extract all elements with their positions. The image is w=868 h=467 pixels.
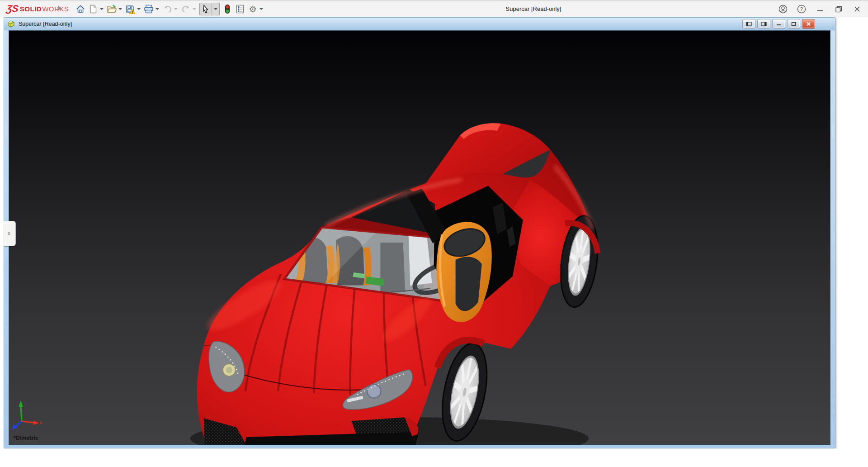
open-button[interactable] bbox=[106, 3, 118, 15]
restore-button[interactable] bbox=[834, 5, 843, 14]
pane-expand-right-button[interactable] bbox=[757, 19, 770, 29]
open-folder-icon bbox=[107, 5, 117, 14]
app-window-title: Supercar [Read-only] bbox=[461, 0, 606, 18]
undo-dropdown-caret[interactable] bbox=[174, 8, 178, 10]
redo-icon bbox=[181, 5, 191, 13]
home-icon bbox=[76, 5, 85, 14]
file-properties-button[interactable] bbox=[234, 3, 246, 15]
print-dropdown-caret[interactable] bbox=[156, 8, 159, 10]
doc-close-icon bbox=[806, 22, 811, 26]
document-titlebar[interactable]: Supercar [Read-only] bbox=[4, 18, 835, 30]
document-window: Supercar [Read-only] bbox=[4, 17, 835, 448]
doc-minimize-button[interactable] bbox=[772, 19, 785, 29]
account-icon bbox=[778, 5, 788, 14]
home-button[interactable] bbox=[75, 3, 86, 15]
new-document-button[interactable] bbox=[87, 3, 99, 15]
save-button[interactable] bbox=[124, 3, 136, 15]
help-glyph: ? bbox=[800, 6, 803, 12]
splitter-grip-dot bbox=[8, 232, 10, 235]
graphics-viewport[interactable]: *Dimetric bbox=[9, 30, 830, 445]
rebuild-button[interactable] bbox=[222, 3, 233, 15]
print-button[interactable] bbox=[143, 3, 155, 15]
minimize-button[interactable] bbox=[816, 5, 825, 14]
select-dropdown-segment[interactable] bbox=[212, 3, 219, 15]
print-icon bbox=[144, 5, 154, 14]
close-button[interactable] bbox=[853, 5, 862, 14]
triad-y-axis bbox=[19, 400, 23, 421]
select-tool-button[interactable] bbox=[200, 3, 212, 15]
part-document-icon bbox=[7, 20, 15, 28]
pane-right-icon bbox=[761, 22, 767, 26]
new-dropdown-caret[interactable] bbox=[100, 8, 104, 10]
orientation-triad bbox=[11, 399, 42, 433]
car-model-render bbox=[9, 31, 830, 445]
doc-minimize-icon bbox=[776, 22, 781, 26]
pane-left-icon bbox=[746, 22, 752, 26]
save-dropdown-caret[interactable] bbox=[137, 8, 141, 10]
document-title: Supercar [Read-only] bbox=[19, 21, 72, 27]
minimize-icon bbox=[816, 5, 824, 13]
ds-logo-mark: ƷS bbox=[6, 4, 19, 14]
pane-collapse-left-button[interactable] bbox=[742, 19, 755, 29]
options-dropdown-caret[interactable] bbox=[259, 8, 263, 10]
gear-icon: ⚙ bbox=[249, 5, 256, 14]
quick-access-toolbar: ⚙ bbox=[74, 2, 265, 16]
triad-x-axis bbox=[22, 420, 42, 425]
redo-button[interactable] bbox=[180, 3, 192, 15]
account-button[interactable] bbox=[778, 5, 788, 14]
view-orientation-label: *Dimetric bbox=[14, 435, 38, 441]
file-properties-icon bbox=[236, 5, 245, 14]
redo-dropdown-caret[interactable] bbox=[193, 8, 196, 10]
triad-z-axis bbox=[12, 421, 22, 430]
select-tool-group bbox=[199, 3, 220, 15]
help-button[interactable]: ? bbox=[797, 5, 806, 14]
app-background-strip bbox=[0, 448, 868, 467]
select-dropdown-caret bbox=[214, 8, 217, 10]
app-window-controls: ? bbox=[778, 0, 862, 18]
undo-button[interactable] bbox=[161, 3, 173, 15]
select-cursor-icon bbox=[202, 5, 210, 14]
toolbar-flyout-arrow-icon[interactable] bbox=[58, 5, 61, 11]
close-icon bbox=[854, 5, 861, 13]
doc-restore-icon bbox=[791, 22, 796, 26]
doc-close-button[interactable] bbox=[802, 19, 815, 29]
rebuild-traffic-light-icon bbox=[224, 4, 231, 14]
save-warning-icon bbox=[126, 5, 135, 14]
open-dropdown-caret[interactable] bbox=[118, 8, 122, 10]
app-titlebar: ƷS SOLIDWORKS bbox=[0, 0, 868, 17]
document-window-controls bbox=[742, 19, 815, 29]
options-button[interactable]: ⚙ bbox=[247, 3, 259, 15]
feature-pane-splitter-tab[interactable] bbox=[4, 221, 16, 246]
restore-icon bbox=[835, 5, 843, 13]
help-icon: ? bbox=[797, 5, 806, 14]
undo-icon bbox=[163, 5, 172, 13]
doc-restore-button[interactable] bbox=[787, 19, 800, 29]
new-document-icon bbox=[89, 5, 97, 14]
